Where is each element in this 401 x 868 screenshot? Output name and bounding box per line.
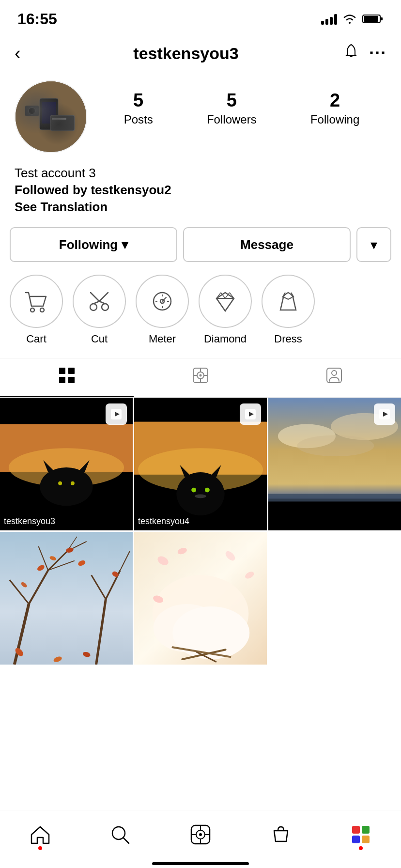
tagged-icon — [325, 367, 343, 388]
status-icons — [321, 13, 384, 25]
highlight-cart[interactable]: Cart — [10, 275, 63, 345]
highlight-meter-label: Meter — [149, 333, 176, 345]
nav-profile[interactable] — [350, 824, 371, 845]
highlight-dress-circle — [262, 275, 315, 328]
svg-point-66 — [191, 488, 196, 493]
svg-point-13 — [40, 308, 44, 312]
svg-point-67 — [205, 488, 210, 493]
home-icon — [30, 824, 51, 845]
back-button[interactable]: ‹ — [15, 43, 44, 64]
more-options-icon[interactable]: ··· — [369, 43, 386, 63]
following-button[interactable]: Following ▾ — [10, 227, 177, 262]
highlight-meter[interactable]: Meter — [136, 275, 189, 345]
nav-home[interactable] — [30, 824, 51, 845]
bottom-nav — [0, 810, 401, 868]
bio-name: Test account 3 — [15, 166, 386, 181]
svg-rect-4 — [15, 81, 87, 153]
tab-grid[interactable] — [0, 358, 134, 397]
profile-header: ‹ testkensyou3 ··· — [0, 34, 401, 73]
wifi-icon — [342, 13, 357, 25]
reels-nav-icon — [190, 824, 211, 845]
nav-search[interactable] — [109, 824, 131, 845]
post-3[interactable] — [268, 398, 401, 530]
more-actions-button[interactable]: ▾ — [356, 227, 391, 262]
reels-icon — [192, 367, 209, 388]
posts-label: Posts — [124, 113, 153, 126]
search-icon — [109, 824, 131, 845]
svg-line-19 — [99, 301, 105, 304]
status-bar: 16:55 — [0, 0, 401, 34]
svg-point-15 — [102, 304, 108, 310]
post-1[interactable]: testkensyou3 — [0, 398, 133, 530]
grid-icon — [58, 367, 76, 388]
nav-reels[interactable] — [190, 824, 211, 845]
highlight-cut[interactable]: Cut — [73, 275, 126, 345]
home-indicator — [152, 862, 249, 865]
bio-followed-by: Followed by testkensyou2 — [15, 183, 386, 198]
svg-point-56 — [71, 481, 75, 485]
svg-point-41 — [200, 374, 202, 376]
post-5[interactable] — [134, 532, 267, 665]
svg-point-14 — [90, 304, 97, 310]
highlights-section: Cart Cut Meter — [0, 267, 401, 353]
highlight-dress-label: Dress — [274, 333, 302, 345]
profile-notification-dot — [359, 846, 363, 850]
stats-container: 5 Posts 5 Followers 2 Following — [97, 80, 386, 126]
svg-point-8 — [29, 108, 35, 114]
highlight-cut-label: Cut — [91, 333, 108, 345]
svg-point-114 — [112, 827, 125, 839]
bio-section: Test account 3 Followed by testkensyou2 … — [0, 161, 401, 222]
nav-shop[interactable] — [270, 824, 292, 845]
tab-tagged[interactable] — [267, 358, 401, 397]
battery-icon — [362, 13, 384, 25]
svg-point-47 — [332, 371, 337, 375]
svg-rect-6 — [42, 102, 56, 124]
highlight-meter-circle — [136, 275, 189, 328]
svg-rect-124 — [362, 826, 370, 834]
posts-stat[interactable]: 5 Posts — [124, 90, 153, 126]
see-translation-button[interactable]: See Translation — [15, 200, 386, 215]
svg-rect-3 — [15, 81, 87, 153]
profile-stats-section: 5 Posts 5 Followers 2 Following — [0, 73, 401, 161]
notification-icon[interactable] — [343, 43, 359, 63]
svg-rect-5 — [40, 98, 58, 130]
followers-count: 5 — [227, 90, 237, 111]
highlight-diamond[interactable]: Diamond — [199, 275, 252, 345]
svg-rect-125 — [352, 836, 360, 843]
svg-point-118 — [199, 833, 202, 836]
header-actions: ··· — [328, 43, 386, 63]
svg-line-18 — [93, 301, 99, 304]
svg-rect-123 — [352, 826, 360, 834]
svg-rect-2 — [364, 16, 378, 22]
svg-point-9 — [30, 109, 34, 113]
status-time: 16:55 — [17, 10, 57, 28]
tab-reels[interactable] — [134, 358, 267, 397]
posts-grid: testkensyou3 testkensy — [0, 398, 401, 665]
post-2[interactable]: testkensyou4 — [134, 398, 267, 530]
highlight-cart-label: Cart — [26, 333, 46, 345]
highlight-dress[interactable]: Dress — [262, 275, 315, 345]
signal-icon — [321, 13, 337, 25]
avatar[interactable] — [15, 80, 87, 153]
shop-icon — [270, 824, 292, 845]
svg-point-52 — [40, 467, 93, 506]
svg-rect-38 — [68, 377, 75, 383]
post-username: testkensyou3 — [4, 516, 55, 527]
post-4[interactable] — [0, 532, 133, 665]
svg-point-63 — [176, 472, 224, 515]
svg-rect-10 — [50, 115, 75, 131]
svg-rect-35 — [59, 368, 65, 374]
svg-rect-126 — [362, 836, 370, 843]
svg-line-16 — [99, 293, 108, 301]
highlight-cart-circle — [10, 275, 63, 328]
svg-rect-77 — [268, 494, 401, 502]
following-stat[interactable]: 2 Following — [310, 90, 359, 126]
svg-rect-36 — [68, 368, 75, 374]
message-button[interactable]: Message — [183, 227, 351, 262]
followers-stat[interactable]: 5 Followers — [207, 90, 257, 126]
highlight-diamond-label: Diamond — [204, 333, 247, 345]
following-count: 2 — [330, 90, 340, 111]
svg-point-75 — [297, 435, 374, 456]
svg-rect-11 — [52, 118, 66, 120]
action-buttons: Following ▾ Message ▾ — [0, 222, 401, 267]
